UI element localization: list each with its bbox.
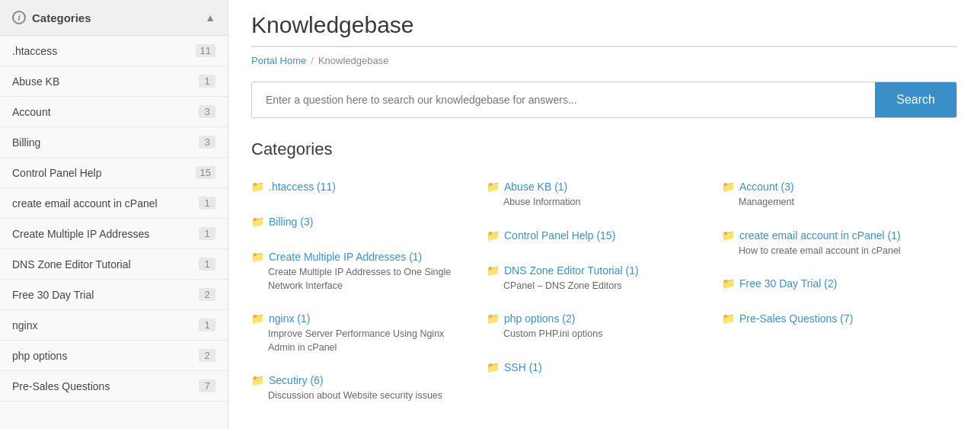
category-cell: 📁 nginx (1)Improve Server Performance Us…: [251, 305, 471, 367]
category-link[interactable]: 📁 nginx (1): [251, 312, 459, 325]
search-button[interactable]: Search: [875, 82, 956, 117]
category-cell: 📁 DNS Zone Editor Tutorial (1)CPanel – D…: [487, 257, 707, 306]
folder-icon: 📁: [722, 277, 735, 290]
category-link[interactable]: 📁 Billing (3): [251, 216, 459, 228]
folder-icon: 📁: [251, 374, 264, 386]
sidebar-item-count: 2: [199, 349, 215, 362]
sidebar-item-label: create email account in cPanel: [12, 197, 158, 210]
category-link[interactable]: 📁 DNS Zone Editor Tutorial (1): [487, 264, 694, 277]
category-link[interactable]: 📁 .htaccess (11): [251, 181, 459, 193]
folder-icon: 📁: [487, 264, 500, 277]
sidebar-item[interactable]: nginx 1: [0, 310, 228, 341]
category-description: Create Multiple IP Addresses to One Sing…: [268, 266, 459, 293]
sidebar-title: Categories: [32, 11, 91, 24]
sidebar-header: i Categories ▲: [0, 0, 228, 36]
breadcrumb-current: Knowledgebase: [318, 55, 389, 66]
sidebar-item-label: nginx: [12, 319, 37, 331]
chevron-up-icon[interactable]: ▲: [205, 11, 215, 24]
sidebar-item-count: 3: [199, 105, 215, 118]
folder-icon: 📁: [251, 312, 264, 325]
categories-title: Categories: [251, 139, 957, 159]
sidebar-item-count: 7: [199, 379, 215, 392]
sidebar-item-label: DNS Zone Editor Tutorial: [12, 258, 131, 271]
category-link[interactable]: 📁 Account (3): [722, 181, 930, 193]
category-link[interactable]: 📁 create email account in cPanel (1): [722, 229, 930, 242]
sidebar-item[interactable]: Billing 3: [0, 127, 228, 158]
category-cell: 📁 Secutiry (6)Discussion about Website s…: [251, 367, 471, 415]
category-cell: 📁 create email account in cPanel (1)How …: [722, 222, 942, 271]
folder-icon: 📁: [722, 229, 735, 242]
category-link[interactable]: 📁 Free 30 Day Trial (2): [722, 277, 930, 290]
category-link[interactable]: 📁 Secutiry (6): [251, 374, 459, 386]
categories-grid: 📁 .htaccess (11)📁 Billing (3)📁 Create Mu…: [251, 173, 957, 415]
category-link[interactable]: 📁 Create Multiple IP Addresses (1): [251, 251, 459, 263]
category-cell: 📁 php options (2)Custom PHP.ini options: [487, 305, 707, 354]
folder-icon: 📁: [722, 181, 735, 193]
category-cell: 📁 Free 30 Day Trial (2): [722, 270, 942, 305]
sidebar-item[interactable]: Create Multiple IP Addresses 1: [0, 219, 228, 249]
category-description: How to create email account in cPanel: [739, 245, 930, 258]
category-link[interactable]: 📁 php options (2): [487, 312, 694, 325]
category-cell: 📁 Create Multiple IP Addresses (1)Create…: [251, 243, 471, 305]
sidebar-item[interactable]: create email account in cPanel 1: [0, 188, 228, 219]
info-icon: i: [12, 11, 26, 24]
sidebar-item-label: .htaccess: [12, 45, 57, 57]
category-cell: 📁 Billing (3): [251, 208, 471, 243]
sidebar-item[interactable]: Pre-Sales Questions 7: [0, 371, 228, 402]
sidebar-item-count: 1: [199, 319, 215, 331]
sidebar-item-label: Account: [12, 106, 51, 118]
folder-icon: 📁: [487, 312, 500, 325]
sidebar-header-left: i Categories: [12, 11, 91, 24]
folder-icon: 📁: [251, 216, 264, 228]
category-link[interactable]: 📁 SSH (1): [487, 361, 694, 373]
sidebar-item-count: 3: [199, 136, 215, 149]
search-input[interactable]: [252, 82, 875, 117]
category-cell: 📁 Control Panel Help (15): [487, 222, 707, 257]
sidebar-item-label: Free 30 Day Trial: [12, 289, 94, 301]
sidebar-item-label: Abuse KB: [12, 75, 59, 88]
category-col-1: 📁 Abuse KB (1)Abuse Information📁 Control…: [487, 173, 722, 415]
category-link[interactable]: 📁 Abuse KB (1): [487, 181, 694, 193]
sidebar-item-count: 11: [196, 44, 215, 57]
sidebar-item-label: php options: [12, 350, 67, 362]
category-cell: 📁 Abuse KB (1)Abuse Information: [487, 173, 707, 222]
category-cell: 📁 Pre-Sales Questions (7): [722, 305, 942, 340]
folder-icon: 📁: [722, 312, 735, 325]
sidebar-item[interactable]: DNS Zone Editor Tutorial 1: [0, 249, 228, 280]
page-title: Knowledgebase: [251, 12, 957, 47]
breadcrumb-home[interactable]: Portal Home: [251, 55, 306, 66]
sidebar-item-count: 1: [199, 197, 215, 210]
sidebar-item-count: 15: [196, 166, 215, 179]
sidebar-item[interactable]: .htaccess 11: [0, 36, 228, 66]
sidebar-items-list: .htaccess 11 Abuse KB 1 Account 3 Billin…: [0, 36, 228, 402]
breadcrumb: Portal Home / Knowledgebase: [251, 55, 957, 66]
category-link[interactable]: 📁 Pre-Sales Questions (7): [722, 312, 930, 325]
sidebar-item-count: 1: [199, 258, 215, 271]
sidebar-item[interactable]: Free 30 Day Trial 2: [0, 280, 228, 310]
folder-icon: 📁: [251, 251, 264, 263]
sidebar-item-label: Billing: [12, 136, 40, 149]
sidebar-item-label: Pre-Sales Questions: [12, 380, 110, 392]
category-description: Custom PHP.ini options: [503, 328, 694, 341]
category-description: Management: [739, 196, 930, 210]
main-content: Knowledgebase Portal Home / Knowledgebas…: [228, 0, 980, 429]
sidebar-item-label: Control Panel Help: [12, 167, 102, 179]
sidebar-item[interactable]: Control Panel Help 15: [0, 158, 228, 188]
sidebar-item-count: 1: [199, 227, 215, 240]
category-description: Discussion about Website security issues: [268, 389, 459, 403]
category-col-0: 📁 .htaccess (11)📁 Billing (3)📁 Create Mu…: [251, 173, 487, 415]
sidebar-item-count: 2: [199, 288, 215, 301]
category-description: CPanel – DNS Zone Editors: [503, 280, 694, 293]
sidebar-item[interactable]: Abuse KB 1: [0, 66, 228, 97]
folder-icon: 📁: [487, 181, 500, 193]
category-description: Improve Server Performance Using Nginx A…: [268, 328, 459, 354]
category-col-2: 📁 Account (3)Management📁 create email ac…: [722, 173, 957, 415]
category-cell: 📁 SSH (1): [487, 354, 707, 389]
category-cell: 📁 Account (3)Management: [722, 173, 942, 222]
category-cell: 📁 .htaccess (11): [251, 173, 471, 208]
sidebar-item[interactable]: php options 2: [0, 341, 228, 371]
category-link[interactable]: 📁 Control Panel Help (15): [487, 229, 694, 242]
sidebar-item[interactable]: Account 3: [0, 97, 228, 127]
search-bar: Search: [251, 82, 957, 118]
sidebar: i Categories ▲ .htaccess 11 Abuse KB 1 A…: [0, 0, 228, 429]
